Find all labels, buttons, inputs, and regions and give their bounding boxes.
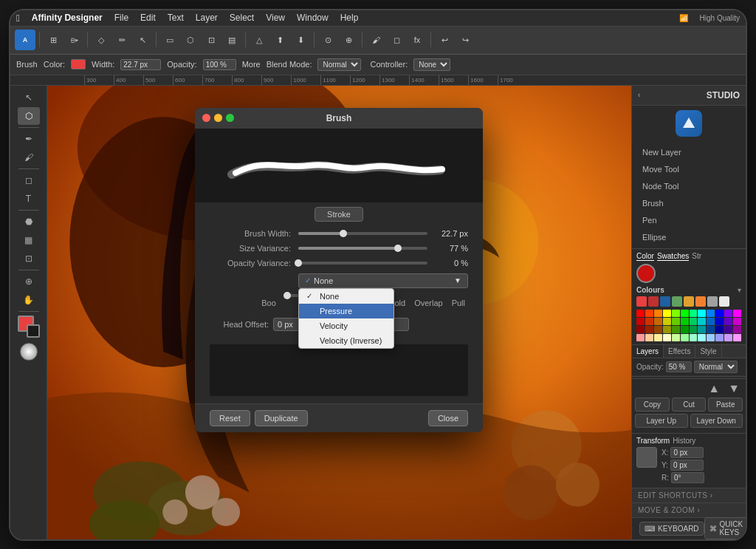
color-grid-cell[interactable] (663, 310, 671, 317)
toolbar-eraser-icon[interactable]: ◻ (387, 30, 406, 50)
controller-dropdown-btn[interactable]: ✓ None ▼ (298, 273, 468, 288)
recent-color-swatch[interactable] (707, 296, 718, 307)
layer-up-arrow-icon[interactable]: ▲ (705, 382, 723, 395)
close-button[interactable]: Close (428, 410, 468, 426)
color-grid-cell[interactable] (733, 310, 741, 317)
toolbar-brush-icon[interactable]: 🖌 (366, 30, 385, 50)
color-grid-cell[interactable] (707, 310, 715, 317)
fill-tool-btn[interactable]: ⬣ (18, 213, 40, 231)
brush-tool-btn[interactable]: 🖌 (18, 149, 40, 166)
quick-keys-btn[interactable]: ⌘ QUICK KEYS (704, 517, 746, 539)
color-grid-cell[interactable] (654, 326, 662, 333)
swatches-tab[interactable]: Swatches (657, 252, 689, 261)
color-grid-cell[interactable] (698, 326, 706, 333)
color-grid-cell[interactable] (724, 334, 732, 341)
transform-tab-btn[interactable]: Transform (636, 437, 670, 445)
opacity-input[interactable] (203, 59, 236, 70)
color-grid-cell[interactable] (733, 334, 741, 341)
boost-thumb[interactable] (284, 292, 291, 299)
dropdown-item-pressure[interactable]: Pressure (299, 304, 394, 318)
color-grid-cell[interactable] (654, 318, 662, 325)
pen-tool-btn[interactable]: ✒ (18, 130, 40, 148)
color-grid-cell[interactable] (698, 318, 706, 325)
new-layer-btn[interactable]: New Layer (635, 144, 743, 160)
brush-width-slider[interactable] (298, 232, 427, 235)
x-input[interactable] (670, 447, 704, 458)
history-tab-btn[interactable]: History (673, 437, 695, 445)
y-input[interactable] (670, 460, 704, 471)
recent-color-swatch[interactable] (684, 296, 694, 307)
color-grid-cell[interactable] (715, 318, 724, 325)
white-black-icon[interactable] (20, 343, 38, 361)
color-grid-cell[interactable] (707, 318, 715, 325)
menu-edit[interactable]: Edit (140, 13, 156, 23)
brush-tool-btn-panel[interactable]: Brush (635, 195, 743, 211)
size-variance-thumb[interactable] (394, 245, 402, 252)
crop-tool-btn[interactable]: ⊡ (18, 250, 40, 267)
menu-file[interactable]: File (114, 13, 128, 23)
recent-color-swatch[interactable] (719, 296, 729, 307)
zoom-tool-btn[interactable]: ⊕ (18, 273, 40, 290)
color-grid-cell[interactable] (636, 326, 645, 333)
cut-button[interactable]: Cut (672, 398, 707, 412)
recent-color-swatch[interactable] (648, 296, 659, 307)
copy-button[interactable]: Copy (635, 398, 670, 412)
color-grid-cell[interactable] (636, 334, 645, 341)
recent-color-swatch[interactable] (660, 296, 670, 307)
dropdown-item-velocity[interactable]: Velocity (299, 318, 394, 333)
ellipse-tool-btn-panel[interactable]: Ellipse (635, 229, 743, 245)
menu-window[interactable]: Window (297, 13, 329, 23)
move-tool-btn[interactable]: Move Tool (635, 161, 743, 177)
toolbar-zoom-icon[interactable]: ⊕ (339, 30, 358, 50)
layer-down-button[interactable]: Layer Down (690, 414, 743, 428)
current-color-circle[interactable] (636, 264, 656, 283)
move-zoom-row[interactable]: MOVE & ZOOM › (632, 502, 746, 517)
dropdown-item-none[interactable]: ✓ None (299, 289, 394, 304)
colours-chevron-icon[interactable]: ▾ (738, 286, 741, 294)
blend-mode-select[interactable]: Normal (317, 58, 361, 71)
color-grid-cell[interactable] (690, 326, 698, 333)
color-grid-cell[interactable] (672, 318, 680, 325)
select-tool-btn[interactable]: ↖ (18, 89, 40, 106)
toolbar-fill-icon[interactable]: ▤ (222, 30, 241, 50)
apple-menu[interactable]:  (16, 13, 20, 24)
color-grid-cell[interactable] (681, 318, 689, 325)
stroke-tab-btn[interactable]: Stroke (315, 207, 363, 222)
toolbar-undo-icon[interactable]: ↩ (435, 30, 454, 50)
color-swatch[interactable] (71, 59, 86, 69)
color-grid-cell[interactable] (733, 326, 741, 333)
stroke-swatch-tab[interactable]: Str (692, 252, 701, 261)
toolbar-pen-icon[interactable]: ✏ (112, 30, 131, 50)
dialog-maximize-btn[interactable] (226, 114, 234, 122)
layer-down-arrow-icon[interactable]: ▼ (725, 382, 743, 395)
layer-up-button[interactable]: Layer Up (635, 414, 688, 428)
toolbar-cursor-icon[interactable]: ↖ (133, 30, 152, 50)
canvas-area[interactable]: Brush Stroke (47, 86, 631, 539)
toolbar-grid-icon[interactable]: ⊞ (44, 30, 63, 50)
color-grid-cell[interactable] (690, 318, 698, 325)
toolbar-import-icon[interactable]: ⬇ (291, 30, 310, 50)
color-grid-cell[interactable] (724, 310, 732, 317)
color-grid-cell[interactable] (672, 310, 680, 317)
color-grid-cell[interactable] (681, 310, 689, 317)
color-grid-cell[interactable] (698, 310, 706, 317)
effects-tab-btn[interactable]: Effects (664, 345, 695, 358)
color-grid-cell[interactable] (724, 326, 732, 333)
color-grid-cell[interactable] (707, 334, 715, 341)
color-grid-cell[interactable] (698, 334, 706, 341)
reset-button[interactable]: Reset (210, 410, 250, 426)
color-tab[interactable]: Color (636, 252, 654, 261)
recent-color-swatch[interactable] (672, 296, 682, 307)
toolbar-redo-icon[interactable]: ↪ (456, 30, 475, 50)
menu-text[interactable]: Text (168, 13, 184, 23)
node-tool-btn[interactable]: ⬡ (18, 107, 40, 125)
color-grid-cell[interactable] (707, 326, 715, 333)
toolbar-triangle-icon[interactable]: △ (250, 30, 269, 50)
paste-button[interactable]: Paste (708, 398, 743, 412)
edit-shortcuts-row[interactable]: EDIT SHORTCUTS › (632, 488, 746, 502)
color-grid-cell[interactable] (663, 334, 671, 341)
toolbar-node-icon[interactable]: ⬡ (181, 30, 200, 50)
color-grid-cell[interactable] (681, 334, 689, 341)
color-grid-cell[interactable] (663, 326, 671, 333)
dialog-close-btn[interactable] (202, 114, 210, 122)
